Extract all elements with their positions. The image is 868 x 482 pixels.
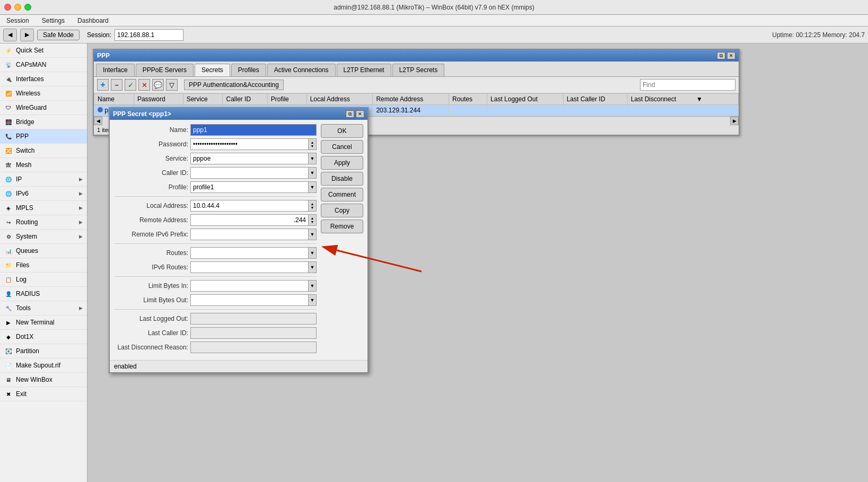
secret-dialog-close-button[interactable]: ✕ bbox=[356, 110, 364, 118]
sidebar-label-interfaces: Interfaces bbox=[16, 75, 83, 83]
remoteaddr-scroll-button[interactable]: ▲ ▼ bbox=[308, 214, 317, 226]
callerid-input[interactable] bbox=[190, 167, 308, 179]
cell-lastcallerid bbox=[563, 105, 627, 116]
dialog-sep-2 bbox=[114, 243, 317, 244]
sidebar-item-ppp[interactable]: 📞 PPP bbox=[0, 129, 87, 144]
sidebar-item-log[interactable]: 📋 Log bbox=[0, 273, 87, 287]
routes-input[interactable] bbox=[190, 247, 308, 259]
remoteipv6-dropdown-button[interactable]: ▼ bbox=[308, 229, 317, 240]
remove-button[interactable]: − bbox=[111, 79, 122, 91]
tab-active-connections[interactable]: Active Connections bbox=[267, 64, 336, 76]
password-input[interactable] bbox=[190, 138, 308, 150]
routes-dropdown-button[interactable]: ▼ bbox=[308, 247, 317, 259]
disable-button[interactable]: Disable bbox=[321, 172, 363, 186]
secret-dialog-restore-button[interactable]: ⧉ bbox=[346, 110, 354, 118]
sidebar-item-queues[interactable]: 📊 Queues bbox=[0, 244, 87, 258]
find-input[interactable] bbox=[640, 79, 735, 91]
limitbytesin-dropdown-button[interactable]: ▼ bbox=[308, 280, 317, 292]
sidebar-item-partition[interactable]: 💽 Partition bbox=[0, 344, 87, 358]
mpls-icon: ◈ bbox=[4, 204, 13, 212]
ppp-auth-accounting-button[interactable]: PPP Authentication&Accounting bbox=[184, 80, 284, 90]
bridge-icon: 🌉 bbox=[4, 118, 13, 126]
service-input[interactable] bbox=[190, 153, 308, 164]
minimize-button[interactable] bbox=[14, 4, 21, 11]
ipv6routes-dropdown-button[interactable]: ▼ bbox=[308, 261, 317, 273]
forward-button[interactable]: ▶ bbox=[20, 29, 34, 41]
remoteipv6-input[interactable] bbox=[190, 229, 308, 240]
ppp-toolbar: + − ✓ ✕ 💬 ▽ PPP Authentication&Accountin… bbox=[94, 77, 739, 93]
ppp-restore-button[interactable]: ⧉ bbox=[717, 52, 725, 59]
title-bar: admin@192.168.88.1 (MikroTik) – WinBox (… bbox=[0, 0, 868, 15]
tab-l2tp-secrets[interactable]: L2TP Secrets bbox=[392, 64, 444, 76]
close-button[interactable] bbox=[4, 4, 11, 11]
sidebar-item-mpls[interactable]: ◈ MPLS ▶ bbox=[0, 201, 87, 215]
profile-input[interactable] bbox=[190, 181, 308, 193]
scroll-right-button[interactable]: ▶ bbox=[730, 117, 739, 125]
callerid-dropdown-button[interactable]: ▼ bbox=[308, 167, 317, 179]
sidebar-item-bridge[interactable]: 🌉 Bridge bbox=[0, 115, 87, 129]
sidebar-item-new-terminal[interactable]: ▶ New Terminal bbox=[0, 316, 87, 330]
sidebar-item-interfaces[interactable]: 🔌 Interfaces bbox=[0, 72, 87, 86]
localaddr-scroll-button[interactable]: ▲ ▼ bbox=[308, 200, 317, 212]
limitbytesout-input[interactable] bbox=[190, 294, 308, 306]
radius-icon: 👤 bbox=[4, 290, 13, 298]
sidebar-item-exit[interactable]: ✖ Exit bbox=[0, 387, 87, 401]
comment-button[interactable]: 💬 bbox=[152, 79, 164, 91]
sidebar-item-radius[interactable]: 👤 RADIUS bbox=[0, 287, 87, 301]
service-dropdown-button[interactable]: ▼ bbox=[308, 153, 317, 164]
files-icon: 📁 bbox=[4, 261, 13, 269]
window-controls[interactable] bbox=[4, 4, 31, 11]
sidebar-item-files[interactable]: 📁 Files bbox=[0, 258, 87, 273]
sidebar-item-routing[interactable]: ↪ Routing ▶ bbox=[0, 215, 87, 230]
col-lastdisconnect-sort[interactable]: ▼ bbox=[696, 95, 703, 103]
sidebar-item-tools[interactable]: 🔧 Tools ▶ bbox=[0, 301, 87, 316]
sidebar-item-new-winbox[interactable]: 🖥 New WinBox bbox=[0, 373, 87, 387]
session-input[interactable] bbox=[115, 29, 183, 41]
tab-secrets[interactable]: Secrets bbox=[195, 64, 230, 76]
limitbytesout-dropdown-button[interactable]: ▼ bbox=[308, 294, 317, 306]
sidebar-label-dot1x: Dot1X bbox=[16, 333, 83, 340]
scroll-left-button[interactable]: ◀ bbox=[94, 117, 102, 125]
tab-interface[interactable]: Interface bbox=[96, 64, 135, 76]
sidebar-item-switch[interactable]: 🔀 Switch bbox=[0, 144, 87, 158]
sidebar-item-system[interactable]: ⚙ System ▶ bbox=[0, 230, 87, 244]
sidebar-item-capsman[interactable]: 📡 CAPsMAN bbox=[0, 58, 87, 72]
tab-profiles[interactable]: Profiles bbox=[231, 64, 266, 76]
tab-l2tp-ethernet[interactable]: L2TP Ethernet bbox=[337, 64, 391, 76]
remoteaddr-input[interactable] bbox=[190, 214, 308, 226]
menu-settings[interactable]: Settings bbox=[40, 16, 67, 25]
enable-button[interactable]: ✓ bbox=[125, 79, 136, 91]
name-input[interactable] bbox=[190, 124, 317, 136]
menu-session[interactable]: Session bbox=[4, 16, 31, 25]
disable-button[interactable]: ✕ bbox=[138, 79, 150, 91]
limitbytesin-input[interactable] bbox=[190, 280, 308, 292]
sidebar-item-mesh[interactable]: 🕸 Mesh bbox=[0, 158, 87, 172]
tab-pppoe-servers[interactable]: PPPoE Servers bbox=[136, 64, 194, 76]
apply-button[interactable]: Apply bbox=[321, 156, 363, 170]
safe-mode-button[interactable]: Safe Mode bbox=[37, 30, 80, 40]
remove-button[interactable]: Remove bbox=[321, 220, 363, 233]
sidebar-item-wireless[interactable]: 📶 Wireless bbox=[0, 86, 87, 101]
cancel-button[interactable]: Cancel bbox=[321, 140, 363, 154]
field-row-lastdisconnect: Last Disconnect Reason: bbox=[114, 341, 317, 353]
callerid-input-group: ▼ bbox=[190, 167, 317, 179]
maximize-button[interactable] bbox=[24, 4, 31, 11]
ppp-close-button[interactable]: ✕ bbox=[727, 52, 735, 59]
sidebar-item-ipv6[interactable]: 🌐 IPv6 ▶ bbox=[0, 187, 87, 201]
sidebar-item-quickset[interactable]: ⚡ Quick Set bbox=[0, 43, 87, 58]
sidebar-item-make-supout[interactable]: 📄 Make Supout.rif bbox=[0, 358, 87, 373]
copy-button[interactable]: Copy bbox=[321, 204, 363, 217]
ipv6routes-input[interactable] bbox=[190, 261, 308, 273]
localaddr-input[interactable] bbox=[190, 200, 308, 212]
sidebar-item-wireguard[interactable]: 🛡 WireGuard bbox=[0, 101, 87, 115]
sidebar-item-dot1x[interactable]: ◆ Dot1X bbox=[0, 330, 87, 344]
profile-dropdown-button[interactable]: ▼ bbox=[308, 181, 317, 193]
add-button[interactable]: + bbox=[97, 79, 109, 91]
comment-button[interactable]: Comment bbox=[321, 188, 363, 201]
menu-dashboard[interactable]: Dashboard bbox=[75, 16, 111, 25]
sidebar-item-ip[interactable]: 🌐 IP ▶ bbox=[0, 172, 87, 187]
password-scroll-button[interactable]: ▲ ▼ bbox=[308, 138, 317, 150]
filter-button[interactable]: ▽ bbox=[166, 79, 178, 91]
ok-button[interactable]: OK bbox=[321, 124, 363, 138]
back-button[interactable]: ◀ bbox=[3, 29, 17, 41]
